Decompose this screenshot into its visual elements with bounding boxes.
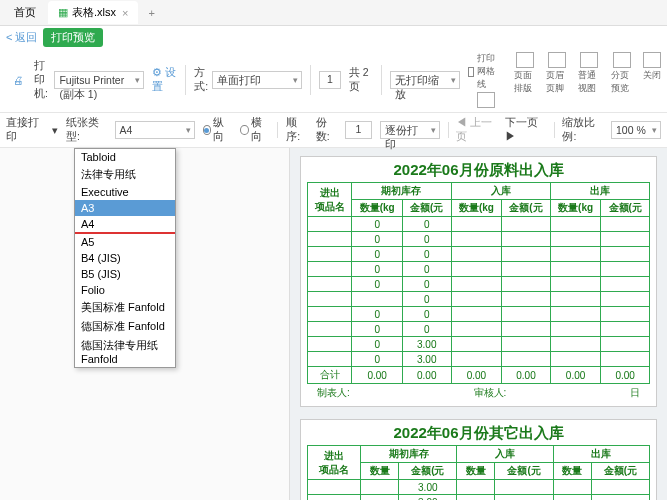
table-row: 3.00 bbox=[308, 495, 650, 501]
next-page[interactable]: 下一页 ▶ bbox=[505, 116, 546, 144]
table-row: 00 bbox=[308, 247, 650, 262]
orient-landscape[interactable]: 横向 bbox=[240, 116, 269, 144]
copies-spin[interactable]: 1 bbox=[345, 121, 371, 139]
dd-item-0[interactable]: Tabloid bbox=[75, 149, 175, 165]
sheet1-table: 进出 项品名期初库存入库出库数量(kg金额(元数量(kg金额(元数量(kg金额(… bbox=[307, 182, 650, 384]
paper-type-label: 纸张类型: bbox=[66, 116, 107, 144]
table-row: 00 bbox=[308, 217, 650, 232]
foot-author: 制表人: bbox=[317, 386, 350, 400]
dd-item-7[interactable]: B5 (JIS) bbox=[75, 266, 175, 282]
prev-page[interactable]: ◀ 上一页 bbox=[456, 116, 497, 144]
scale-label: 缩放比例: bbox=[562, 116, 603, 144]
close-icon[interactable]: × bbox=[122, 7, 128, 19]
mode-label: 方式: bbox=[194, 66, 208, 94]
tab-file[interactable]: ▦ 表格.xlsx × bbox=[48, 1, 138, 24]
sheet-2: 2022年06月份其它出入库 进出 项品名期初库存入库出库数量金额(元数量金额(… bbox=[300, 419, 657, 500]
table-row: 03.00 bbox=[308, 337, 650, 352]
rt-normal-view[interactable]: 普通视图 bbox=[578, 52, 600, 95]
printer-label: 打印机: bbox=[34, 59, 50, 101]
rt-close[interactable]: 关闭 bbox=[643, 52, 661, 82]
spreadsheet-icon: ▦ bbox=[58, 6, 68, 19]
sheet-1: 2022年06月份原料出入库 进出 项品名期初库存入库出库数量(kg金额(元数量… bbox=[300, 156, 657, 407]
rt-layout[interactable]: 页面排版 bbox=[514, 52, 536, 95]
table-row: 00 bbox=[308, 307, 650, 322]
sheet2-title: 2022年06月份其它出入库 bbox=[307, 424, 650, 443]
mode-select[interactable]: 单面打印 bbox=[212, 71, 302, 89]
paper-dropdown[interactable]: Tabloid法律专用纸ExecutiveA3A4A5B4 (JIS)B5 (J… bbox=[74, 148, 176, 368]
dd-item-5[interactable]: A5 bbox=[75, 234, 175, 250]
rt-gridlines[interactable]: 打印网格线 bbox=[468, 52, 504, 108]
rt-header-footer[interactable]: 页眉页脚 bbox=[546, 52, 568, 95]
print-preview-pill: 打印预览 bbox=[43, 28, 103, 47]
page-spin[interactable]: 1 bbox=[319, 71, 341, 89]
rt-page-break[interactable]: 分页预览 bbox=[611, 52, 633, 95]
print-button[interactable]: 🖨 bbox=[6, 68, 30, 92]
dd-item-3[interactable]: A3 bbox=[75, 200, 175, 216]
paper-select[interactable]: A4 bbox=[115, 121, 195, 139]
settings-link[interactable]: ⚙ 设置 bbox=[152, 66, 177, 94]
preview-pane: 2022年06月份原料出入库 进出 项品名期初库存入库出库数量(kg金额(元数量… bbox=[290, 148, 667, 500]
sub-bar: < 返回 打印预览 bbox=[0, 26, 667, 48]
toolbar-row2: 直接打印▾ 纸张类型: A4 纵向 横向 顺序: 份数: 1 逐份打印 ◀ 上一… bbox=[0, 113, 667, 148]
table-row: 00 bbox=[308, 232, 650, 247]
table-row: 03.00 bbox=[308, 352, 650, 367]
back-link[interactable]: < 返回 bbox=[6, 30, 37, 45]
dd-item-1[interactable]: 法律专用纸 bbox=[75, 165, 175, 184]
table-row: 00 bbox=[308, 322, 650, 337]
table-row: 00 bbox=[308, 277, 650, 292]
foot-reviewer: 审核人: bbox=[474, 386, 507, 400]
tab-add[interactable]: + bbox=[140, 3, 162, 23]
foot-date: 日 bbox=[630, 386, 640, 400]
toolbar-row1: 🖨 打印机: Fujitsu Printer (副本 1) ⚙ 设置 方式: 单… bbox=[0, 48, 667, 113]
table-row: 00 bbox=[308, 262, 650, 277]
table-row: 3.00 bbox=[308, 480, 650, 495]
scale-select[interactable]: 100 % bbox=[611, 121, 661, 139]
table-row: 合计0.000.000.000.000.000.00 bbox=[308, 367, 650, 384]
copies-label: 份数: bbox=[316, 116, 338, 144]
dd-item-11[interactable]: 德国法律专用纸 Fanfold bbox=[75, 336, 175, 367]
tab-bar: 首页 ▦ 表格.xlsx × + bbox=[0, 0, 667, 26]
table-row: 0 bbox=[308, 292, 650, 307]
order-label: 顺序: bbox=[286, 116, 308, 144]
collate-select[interactable]: 逐份打印 bbox=[380, 121, 440, 139]
tab-home[interactable]: 首页 bbox=[4, 1, 46, 24]
orient-portrait[interactable]: 纵向 bbox=[203, 116, 232, 144]
sheet2-table: 进出 项品名期初库存入库出库数量金额(元数量金额(元数量金额(元3.003.00… bbox=[307, 445, 650, 500]
page-count: 共 2 页 bbox=[349, 66, 373, 94]
zoom-style-select[interactable]: 无打印缩放 bbox=[390, 71, 460, 89]
dd-item-4[interactable]: A4 bbox=[75, 216, 175, 234]
dd-item-6[interactable]: B4 (JIS) bbox=[75, 250, 175, 266]
direct-print-label[interactable]: 直接打印 bbox=[6, 116, 44, 144]
left-pane: Tabloid法律专用纸ExecutiveA3A4A5B4 (JIS)B5 (J… bbox=[0, 148, 290, 500]
dd-item-8[interactable]: Folio bbox=[75, 282, 175, 298]
sheet1-title: 2022年06月份原料出入库 bbox=[307, 161, 650, 180]
printer-icon: 🖨 bbox=[8, 70, 28, 90]
dd-item-2[interactable]: Executive bbox=[75, 184, 175, 200]
dd-item-9[interactable]: 美国标准 Fanfold bbox=[75, 298, 175, 317]
printer-select[interactable]: Fujitsu Printer (副本 1) bbox=[54, 71, 144, 89]
dd-item-10[interactable]: 德国标准 Fanfold bbox=[75, 317, 175, 336]
toolbar-right: 打印网格线 页面排版 页眉页脚 普通视图 分页预览 关闭 bbox=[468, 52, 661, 108]
